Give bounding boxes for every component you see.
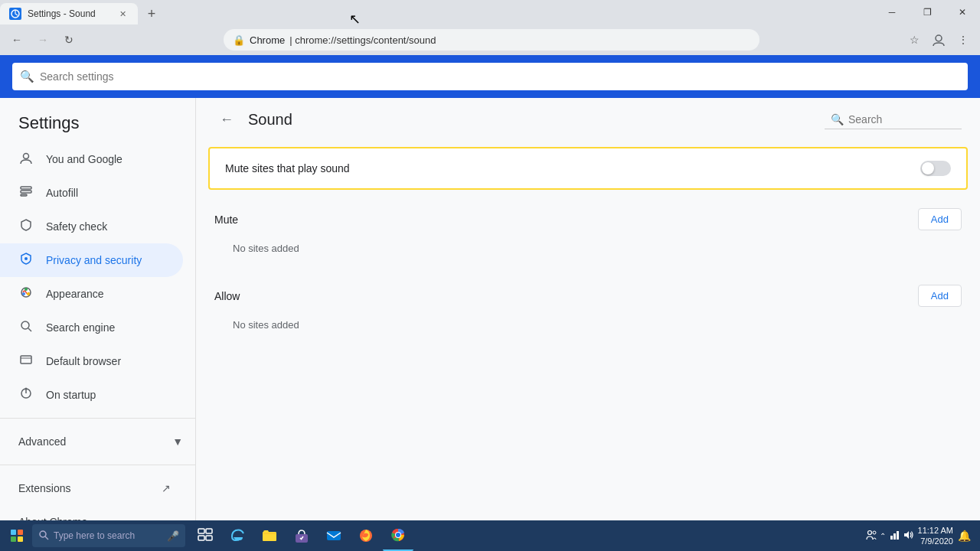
- page-search-icon: 🔍: [831, 113, 844, 126]
- active-tab[interactable]: Settings - Sound ✕: [0, 3, 138, 24]
- browser-content: Settings You and Google Autofill Safety …: [0, 98, 980, 551]
- tab-bar: Settings - Sound ✕ +: [0, 0, 162, 24]
- mute-no-sites: No sites added: [214, 236, 962, 266]
- restore-button[interactable]: ❐: [910, 0, 945, 24]
- taskbar-app-firefox[interactable]: [351, 520, 381, 551]
- page-back-button[interactable]: ←: [214, 107, 239, 132]
- extensions-label: Extensions: [18, 482, 155, 494]
- taskbar-app-task-view[interactable]: [190, 520, 220, 551]
- taskbar-search-bar[interactable]: Type here to search 🎤: [32, 524, 185, 547]
- mute-section-title: Mute: [214, 214, 238, 226]
- taskbar: Type here to search 🎤: [0, 520, 980, 551]
- mute-add-button[interactable]: Add: [918, 208, 962, 230]
- sidebar-item-default-browser[interactable]: Default browser: [0, 344, 183, 378]
- on-startup-icon: [18, 386, 34, 404]
- mail-icon: [325, 527, 342, 544]
- svg-line-18: [45, 536, 48, 540]
- settings-search-icon: 🔍: [20, 70, 34, 83]
- tab-title: Settings - Sound: [28, 8, 96, 19]
- url-domain: Chrome: [250, 34, 285, 46]
- task-view-icon: [197, 527, 214, 544]
- advanced-label: Advanced: [18, 435, 66, 448]
- titlebar: Settings - Sound ✕ + ─ ❐ ✕: [0, 0, 980, 24]
- svg-point-6: [24, 257, 28, 260]
- notification-center-icon[interactable]: 🔔: [958, 530, 971, 542]
- svg-point-11: [21, 321, 29, 329]
- you-google-icon: [18, 151, 34, 168]
- chevron-up-icon[interactable]: ⌃: [880, 532, 886, 540]
- sidebar-item-extensions[interactable]: Extensions ↗: [0, 471, 195, 505]
- sidebar-item-safety-check[interactable]: Safety check: [0, 210, 183, 243]
- close-button[interactable]: ✕: [945, 0, 980, 24]
- forward-button[interactable]: →: [32, 29, 54, 51]
- sidebar-item-appearance[interactable]: Appearance: [0, 277, 183, 311]
- svg-point-10: [24, 288, 28, 291]
- page-header: ← Sound 🔍: [196, 98, 980, 141]
- svg-point-29: [867, 530, 871, 534]
- svg-rect-24: [327, 531, 341, 540]
- store-icon: [293, 527, 310, 544]
- external-link-icon: ↗: [162, 482, 183, 494]
- back-button[interactable]: ←: [6, 29, 28, 51]
- taskbar-app-chrome[interactable]: [383, 520, 413, 551]
- url-bar[interactable]: 🔒 Chrome | chrome://settings/content/sou…: [224, 29, 760, 51]
- sidebar-label-default-browser: Default browser: [46, 355, 121, 367]
- taskbar-app-edge[interactable]: [222, 520, 253, 551]
- sidebar-item-you-google[interactable]: You and Google: [0, 142, 183, 176]
- svg-rect-19: [198, 529, 204, 533]
- settings-search-input[interactable]: [12, 63, 968, 90]
- allow-section-title: Allow: [214, 290, 240, 302]
- sidebar-item-autofill[interactable]: Autofill: [0, 176, 183, 210]
- svg-point-8: [22, 292, 25, 295]
- svg-point-2: [24, 153, 29, 158]
- allow-section: Allow Add No sites added: [196, 272, 980, 349]
- secure-icon: 🔒: [233, 34, 245, 46]
- mute-section-header: Mute Add: [214, 208, 962, 230]
- minimize-button[interactable]: ─: [874, 0, 910, 24]
- sidebar-label-autofill: Autofill: [46, 187, 78, 199]
- svg-rect-32: [893, 533, 896, 540]
- chrome-icon: [390, 527, 407, 543]
- taskbar-app-mail[interactable]: [318, 520, 349, 551]
- tab-favicon: [9, 8, 21, 20]
- sidebar-title: Settings: [0, 98, 195, 142]
- tab-close-button[interactable]: ✕: [116, 8, 129, 20]
- taskbar-app-file-explorer[interactable]: [254, 520, 285, 551]
- sidebar-item-on-startup[interactable]: On startup: [0, 378, 183, 412]
- profile-button[interactable]: [928, 29, 949, 51]
- sidebar-item-privacy-security[interactable]: Privacy and security: [0, 243, 183, 277]
- allow-add-button[interactable]: Add: [918, 285, 962, 307]
- taskbar-app-store[interactable]: [286, 520, 317, 551]
- taskbar-system-icons: ⌃: [866, 530, 913, 543]
- window-controls: ─ ❐ ✕: [874, 0, 980, 24]
- content-inner: ← Sound 🔍 Mute sites that play sound Mut…: [196, 98, 980, 380]
- settings-search-wrap: 🔍: [12, 63, 968, 90]
- new-tab-button[interactable]: +: [141, 3, 162, 24]
- sidebar-label-search-engine: Search engine: [46, 321, 115, 334]
- settings-search-bar: 🔍: [0, 55, 980, 98]
- sidebar-item-advanced[interactable]: Advanced ▼: [0, 425, 195, 458]
- start-button[interactable]: [3, 522, 31, 549]
- windows-logo-icon: [11, 530, 23, 542]
- sidebar-item-search-engine[interactable]: Search engine: [0, 311, 183, 344]
- page-search-input[interactable]: [848, 113, 956, 126]
- bookmark-button[interactable]: ☆: [903, 29, 925, 51]
- appearance-icon: [18, 285, 34, 303]
- privacy-icon: [18, 252, 34, 269]
- sidebar-divider-2: [0, 465, 195, 465]
- page-search-bar[interactable]: 🔍: [825, 110, 962, 129]
- edge-icon: [229, 527, 246, 544]
- mute-section: Mute Add No sites added: [196, 196, 980, 272]
- svg-point-30: [873, 531, 876, 534]
- menu-button[interactable]: ⋮: [952, 29, 974, 51]
- allow-section-header: Allow Add: [214, 285, 962, 307]
- svg-rect-4: [21, 191, 31, 193]
- svg-rect-5: [21, 194, 27, 196]
- sidebar-label-you-google: You and Google: [46, 153, 122, 165]
- network-icon: [889, 530, 900, 543]
- reload-button[interactable]: ↻: [58, 29, 80, 51]
- sidebar-label-safety-check: Safety check: [46, 220, 107, 233]
- firefox-icon: [358, 527, 374, 544]
- mute-toggle-switch[interactable]: [920, 161, 951, 176]
- taskbar-clock: 11:12 AM 7/9/2020: [918, 525, 953, 547]
